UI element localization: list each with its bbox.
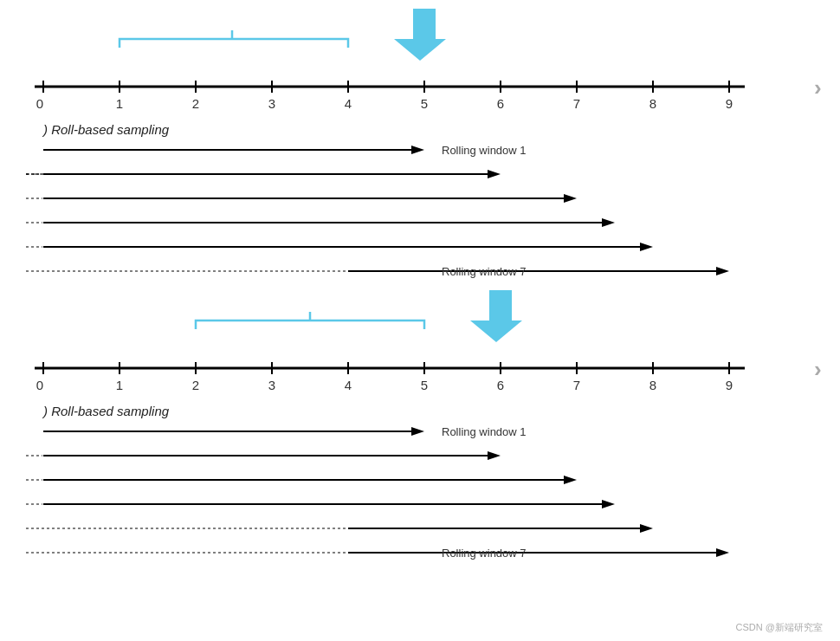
svg-marker-27	[411, 146, 424, 154]
svg-text:3: 3	[268, 378, 275, 392]
svg-text:0: 0	[36, 96, 43, 111]
svg-rect-0	[413, 9, 436, 39]
svg-text:8: 8	[649, 96, 656, 111]
svg-marker-87	[640, 524, 653, 533]
svg-text:0: 0	[36, 378, 43, 392]
svg-text:2: 2	[192, 378, 199, 392]
svg-text:Rolling window 7: Rolling window 7	[442, 265, 527, 278]
svg-text:5: 5	[421, 378, 428, 392]
svg-text:Rolling window 1: Rolling window 1	[442, 144, 527, 157]
svg-marker-40	[602, 218, 615, 227]
section1-title: ) Roll-based sampling	[42, 122, 170, 137]
diagram-2: 0 1 2 3 4 5 6 7 8 9 › ) Roll-based sampl…	[17, 290, 831, 602]
svg-text:Rolling window 7: Rolling window 7	[442, 547, 527, 560]
svg-marker-37	[564, 194, 577, 203]
svg-marker-78	[488, 451, 501, 460]
svg-text:8: 8	[649, 378, 656, 392]
svg-text:9: 9	[726, 96, 733, 111]
svg-marker-43	[640, 243, 653, 251]
svg-text:›: ›	[814, 356, 822, 382]
svg-text:3: 3	[268, 96, 275, 111]
svg-marker-33	[488, 170, 501, 178]
svg-text:5: 5	[421, 96, 428, 111]
svg-marker-49	[470, 320, 522, 342]
svg-marker-74	[411, 427, 424, 436]
svg-text:6: 6	[497, 96, 504, 111]
svg-text:1: 1	[116, 96, 123, 111]
svg-marker-81	[564, 476, 577, 484]
svg-text:4: 4	[345, 378, 352, 392]
svg-text:6: 6	[497, 378, 504, 392]
svg-rect-48	[489, 290, 512, 320]
svg-marker-90	[716, 548, 729, 557]
svg-text:7: 7	[573, 378, 580, 392]
svg-text:7: 7	[573, 96, 580, 111]
svg-text:1: 1	[116, 378, 123, 392]
svg-text:9: 9	[726, 378, 733, 392]
watermark: CSDN @新端研究室	[736, 621, 823, 634]
svg-text:) Roll-based sampling: ) Roll-based sampling	[42, 404, 170, 418]
svg-marker-46	[716, 267, 729, 275]
svg-text:Rolling window 1: Rolling window 1	[442, 425, 527, 438]
svg-text:›: ›	[814, 74, 822, 100]
diagram-1: 0 1 2 3 4 5 6 7 8 9 › ) Roll-based sampl…	[17, 9, 831, 299]
main-container: 0 1 2 3 4 5 6 7 8 9 › ) Roll-based sampl…	[0, 0, 840, 641]
svg-text:4: 4	[345, 96, 352, 111]
svg-marker-84	[602, 500, 615, 508]
svg-text:2: 2	[192, 96, 199, 111]
svg-marker-1	[394, 39, 446, 61]
